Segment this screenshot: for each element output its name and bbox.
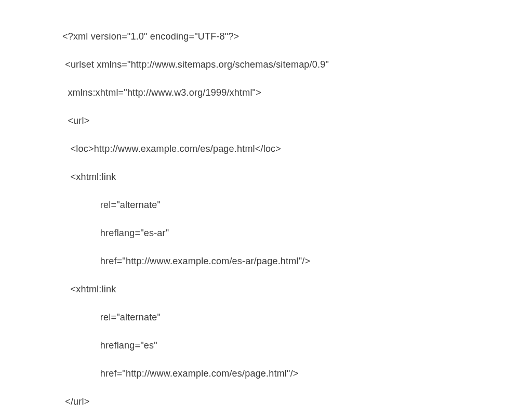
code-line: href="http://www.example.com/es/page.htm… (62, 367, 532, 381)
code-line: rel="alternate" (62, 198, 532, 212)
code-line: hreflang="es" (62, 339, 532, 353)
code-line: <xhtml:link (62, 170, 532, 184)
code-line: <?xml version="1.0" encoding="UTF-8"?> (62, 30, 532, 44)
code-line: hreflang="es-ar" (62, 226, 532, 240)
code-line: <url> (62, 114, 532, 128)
code-line: href="http://www.example.com/es-ar/page.… (62, 254, 532, 268)
xml-code-block: <?xml version="1.0" encoding="UTF-8"?> <… (62, 16, 532, 414)
code-line: xmlns:xhtml="http://www.w3.org/1999/xhtm… (62, 86, 532, 100)
code-line: rel="alternate" (62, 310, 532, 325)
code-line: <xhtml:link (62, 282, 532, 296)
code-line: </url> (62, 395, 532, 409)
code-line: <urlset xmlns="http://www.sitemaps.org/s… (62, 58, 532, 72)
code-line: <loc>http://www.example.com/es/page.html… (62, 142, 532, 156)
